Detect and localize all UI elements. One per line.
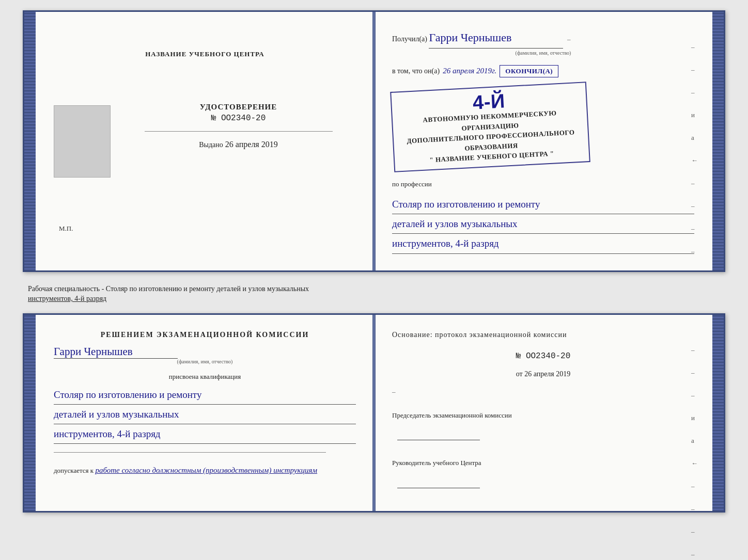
- vtom-date: 26 апреля 2019г.: [443, 67, 496, 75]
- okonchil-label: окончил(а): [500, 65, 558, 77]
- cert-number: № OO2340-20: [200, 114, 277, 123]
- separator-bottom: [54, 452, 326, 453]
- description-text-2: инструментов, 4-й разряд: [28, 295, 106, 302]
- dopuskaetsya-line: допускается к работе согласно должностны…: [54, 464, 356, 477]
- poluchil-label: Получил(а): [392, 35, 427, 43]
- fio-label-bottom: (фамилия, имя, отчество): [54, 359, 356, 364]
- ot-date-block: от 26 апреля 2019: [392, 370, 694, 378]
- description-text: Рабочая специальность - Столяр по изгото…: [28, 285, 309, 293]
- bottom-spine-left: [24, 315, 36, 511]
- po-professii-label: по профессии: [392, 180, 694, 188]
- stamp-line2: ДОПОЛНИТЕЛЬНОГО ПРОФЕССИОНАЛЬНОГО ОБРАЗО…: [407, 128, 575, 152]
- mp-label: М.П.: [59, 225, 73, 233]
- dopuskaetsya-label: допускается к: [54, 467, 93, 474]
- stamp-line3: " НАЗВАНИЕ УЧЕБНОГО ЦЕНТРА ": [429, 149, 554, 164]
- fio-label-top: (фамилия, имя, отчество): [392, 49, 694, 58]
- ot-label: от: [516, 370, 523, 378]
- issued-label: Выдано: [199, 141, 223, 149]
- cert-title: УДОСТОВЕРЕНИЕ: [200, 103, 277, 111]
- chairman-signature-line: [397, 440, 480, 440]
- protocol-number: № OO2340-20: [392, 351, 694, 361]
- photo-placeholder: [54, 105, 111, 178]
- osnovanie-label: Основание: протокол экзаменационной коми…: [392, 329, 694, 340]
- bottom-spine-right: [712, 315, 724, 511]
- top-left-page: НАЗВАНИЕ УЧЕБНОГО ЦЕНТРА УДОСТОВЕРЕНИЕ №…: [36, 12, 374, 270]
- received-line: Получил(а) Гарри Чернышев – (фамилия, им…: [392, 27, 694, 58]
- profession-block-bottom: Столяр по изготовлению и ремонту деталей…: [54, 386, 356, 445]
- profession-line1: Столяр по изготовлению и ремонту: [392, 196, 694, 214]
- chairman-label: Председатель экзаменационной комиссии: [392, 410, 694, 421]
- prisvoena-label: присвоена квалификация: [54, 373, 356, 381]
- right-dashes: – – – и а ← – – – –: [691, 43, 698, 255]
- dash-separator: –: [567, 35, 571, 43]
- bottom-right-page: – – – и а ← – – – – Основание: протокол …: [374, 315, 712, 511]
- stamp-block: 4-й АВТОНОМНУЮ НЕКОММЕРЧЕСКУЮ ОРГАНИЗАЦИ…: [390, 82, 590, 172]
- top-document-spread: НАЗВАНИЕ УЧЕБНОГО ЦЕНТРА УДОСТОВЕРЕНИЕ №…: [23, 10, 725, 272]
- bottom-left-page: Решением экзаменационной комиссии Гарри …: [36, 315, 374, 511]
- left-center-block: УДОСТОВЕРЕНИЕ № OO2340-20 Выдано 26 апре…: [54, 103, 356, 178]
- profession-line2: деталей и узлов музыкальных: [392, 215, 694, 234]
- profession-line3: инструментов, 4-й разряд: [392, 235, 694, 253]
- recipient-name: Гарри Чернышев: [429, 27, 563, 49]
- rukvoditel-label: Руководитель учебного Центра: [392, 458, 694, 468]
- bottom-profession-line1: Столяр по изготовлению и ремонту: [54, 386, 356, 405]
- spine-left: [24, 12, 36, 270]
- profession-block: Столяр по изготовлению и ремонту деталей…: [392, 196, 694, 255]
- bottom-document-spread: Решением экзаменационной комиссии Гарри …: [23, 313, 725, 513]
- org-name-label: НАЗВАНИЕ УЧЕБНОГО ЦЕНТРА: [145, 50, 264, 59]
- cert-title-block: УДОСТОВЕРЕНИЕ № OO2340-20: [200, 103, 277, 123]
- description-line: Рабочая специальность - Столяр по изгото…: [23, 281, 725, 304]
- bottom-profession-line2: деталей и узлов музыкальных: [54, 406, 356, 424]
- issued-date: 26 апреля 2019: [225, 140, 278, 149]
- name-handwritten-bottom: Гарри Чернышев: [54, 345, 178, 359]
- name-block-bottom: Гарри Чернышев (фамилия, имя, отчество): [54, 345, 356, 364]
- bottom-profession-line3: инструментов, 4-й разряд: [54, 425, 356, 444]
- stamp-line-container: 4-й АВТОНОМНУЮ НЕКОММЕРЧЕСКУЮ ОРГАНИЗАЦИ…: [398, 87, 583, 166]
- cert-main-block: УДОСТОВЕРЕНИЕ № OO2340-20 Выдано 26 апре…: [121, 103, 356, 149]
- issued-row: Выдано 26 апреля 2019: [199, 140, 277, 149]
- stamp-number: 4-й: [472, 91, 506, 112]
- top-right-page: – – – и а ← – – – – Получил(а) Гарри Чер…: [374, 12, 712, 270]
- bottom-right-dashes: – – – и а ← – – – –: [691, 346, 698, 558]
- ot-date: 26 апреля 2019: [524, 370, 570, 378]
- vtom-row: в том, что он(а) 26 апреля 2019г. окончи…: [392, 65, 694, 77]
- dopusk-text: работе согласно должностным (производств…: [95, 466, 317, 474]
- vtom-label: в том, что он(а): [392, 67, 440, 75]
- spine-right: [712, 12, 724, 270]
- stamp-line1: АВТОНОМНУЮ НЕКОММЕРЧЕСКУЮ ОРГАНИЗАЦИЮ: [423, 109, 557, 132]
- rukvoditel-signature-line: [397, 488, 480, 488]
- decision-title: Решением экзаменационной комиссии: [54, 329, 356, 340]
- separator-line: [145, 131, 333, 132]
- dash-right-bottom: –: [392, 388, 694, 396]
